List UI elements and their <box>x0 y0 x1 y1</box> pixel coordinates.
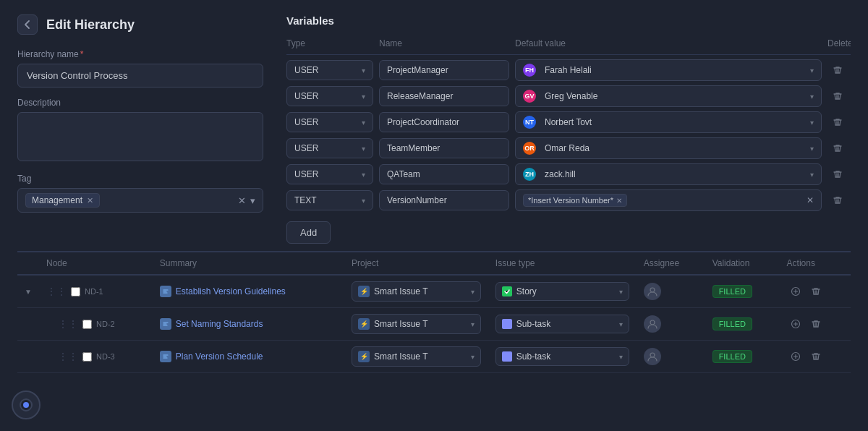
issue-type-select-2[interactable]: Sub-task ▾ <box>495 347 629 366</box>
row-checkbox-2[interactable] <box>82 352 92 362</box>
assignee-avatar-2[interactable] <box>644 348 661 365</box>
delete-var-4[interactable] <box>827 164 848 184</box>
var-default-0[interactable]: FH Farah Helali ▾ <box>515 59 822 81</box>
var-name-4: QATeam <box>379 164 509 184</box>
avatar-1: GV <box>523 90 536 103</box>
drag-handle-2[interactable]: ⋮⋮ <box>58 351 78 362</box>
delete-var-5[interactable] <box>827 190 848 210</box>
table-row: ⋮⋮ ND-3 Plan Version Schedule <box>17 341 851 373</box>
var-default-2[interactable]: NT Norbert Tovt ▾ <box>515 111 822 133</box>
chip-close-version[interactable]: ✕ <box>616 197 622 205</box>
validation-cell-2: FILLED <box>705 341 780 373</box>
col-name: Name <box>379 38 509 48</box>
issue-link-2[interactable]: Plan Version Schedule <box>160 351 337 362</box>
smart-issue-icon-0: ⚡ <box>358 286 370 297</box>
drag-handle-0[interactable]: ⋮⋮ <box>46 286 67 297</box>
svg-point-5 <box>650 320 655 325</box>
issue-type-cell-2: Sub-task ▾ <box>488 341 637 373</box>
add-action-0[interactable] <box>787 283 804 300</box>
var-name-0: ProjectManager <box>379 60 509 80</box>
var-name-3: TeamMember <box>379 138 509 158</box>
row-indent-cell-2 <box>17 341 39 373</box>
issue-type-select-1[interactable]: Sub-task ▾ <box>495 315 629 333</box>
var-type-select-3[interactable]: USER ▾ <box>286 138 373 158</box>
delete-action-1[interactable] <box>807 315 825 333</box>
delete-var-2[interactable] <box>827 112 848 132</box>
row-indent-cell-1 <box>17 308 39 341</box>
assignee-avatar-0[interactable] <box>644 283 661 300</box>
tag-remove-management[interactable]: ✕ <box>87 196 93 205</box>
hierarchy-name-label: Hierarchy name* <box>17 49 263 59</box>
issue-type-select-0[interactable]: Story ▾ <box>495 282 629 301</box>
assignee-cell-2 <box>637 341 705 373</box>
hierarchy-table-wrapper: Node Summary Project Issue type Assignee… <box>0 251 868 373</box>
tag-label: Tag <box>17 174 263 184</box>
back-button[interactable] <box>17 14 38 35</box>
tag-clear-button[interactable]: ✕ <box>238 195 246 206</box>
row-collapse-cell-0: ▼ <box>17 275 39 308</box>
col-header-node: Node <box>39 252 153 275</box>
project-chevron-0: ▾ <box>471 288 475 296</box>
var-row-3: USER ▾ TeamMember OR Omar Reda ▾ <box>286 137 851 159</box>
issue-icon-1 <box>160 318 171 330</box>
tag-chevron-icon[interactable]: ▾ <box>250 195 255 206</box>
description-textarea[interactable] <box>17 112 263 161</box>
var-type-select-4[interactable]: USER ▾ <box>286 164 373 184</box>
var-type-select-1[interactable]: USER ▾ <box>286 86 373 106</box>
hierarchy-name-input[interactable] <box>17 64 263 88</box>
add-action-1[interactable] <box>787 315 804 333</box>
chip-clear-button[interactable]: ✕ <box>807 195 814 205</box>
row-checkbox-1[interactable] <box>82 320 92 329</box>
var-type-select-5[interactable]: TEXT ▾ <box>286 190 373 210</box>
add-action-2[interactable] <box>787 348 804 365</box>
issue-link-0[interactable]: Establish Version Guidelines <box>160 286 337 297</box>
avatar-3: OR <box>523 142 536 155</box>
hierarchy-table: Node Summary Project Issue type Assignee… <box>17 251 851 373</box>
delete-action-2[interactable] <box>807 348 825 365</box>
delete-var-1[interactable] <box>827 86 848 106</box>
project-select-1[interactable]: ⚡ Smart Issue T ▾ <box>352 314 481 334</box>
drag-handle-1[interactable]: ⋮⋮ <box>58 318 78 330</box>
page-title: Edit Hierarchy <box>17 14 263 35</box>
project-cell-0: ⚡ Smart Issue T ▾ <box>344 275 488 308</box>
actions-cell-0 <box>780 275 851 308</box>
project-select-2[interactable]: ⚡ Smart Issue T ▾ <box>352 346 481 367</box>
var-type-select-2[interactable]: USER ▾ <box>286 112 373 132</box>
var-name-2: ProjectCoordinator <box>379 112 509 132</box>
recording-indicator <box>12 391 41 419</box>
var-default-3[interactable]: OR Omar Reda ▾ <box>515 137 822 159</box>
collapse-button-0[interactable]: ▼ <box>25 288 32 296</box>
delete-action-0[interactable] <box>807 283 825 300</box>
var-default-1[interactable]: GV Greg Venable ▾ <box>515 85 822 107</box>
var-name-1: ReleaseManager <box>379 86 509 106</box>
avatar-2: NT <box>523 116 536 129</box>
issue-icon-2 <box>160 351 171 362</box>
col-default: Default value <box>515 38 822 48</box>
variables-header: Type Name Default value Delete <box>286 35 851 55</box>
validation-cell-0: FILLED <box>705 275 780 308</box>
issue-link-1[interactable]: Set Naming Standards <box>160 318 337 330</box>
tag-input[interactable]: Management ✕ ✕ ▾ <box>17 188 263 213</box>
svg-point-8 <box>650 353 655 357</box>
chevron-down-icon: ▾ <box>362 197 365 205</box>
add-variable-button[interactable]: Add <box>286 221 331 244</box>
var-type-select-0[interactable]: USER ▾ <box>286 60 373 80</box>
col-header-project: Project <box>344 252 488 275</box>
var-row-0: USER ▾ ProjectManager FH Farah Helali ▾ <box>286 59 851 81</box>
assignee-cell-0 <box>637 275 705 308</box>
issue-icon-0 <box>160 286 171 297</box>
svg-point-11 <box>23 402 29 408</box>
issue-type-cell-0: Story ▾ <box>488 275 637 308</box>
delete-var-0[interactable] <box>827 60 848 80</box>
variables-title: Variables <box>286 14 851 27</box>
chevron-down-icon: ▾ <box>362 119 365 127</box>
row-checkbox-0[interactable] <box>71 287 80 296</box>
project-select-0[interactable]: ⚡ Smart Issue T ▾ <box>352 281 481 302</box>
var-default-5[interactable]: *Insert Version Number* ✕ ✕ <box>515 189 822 211</box>
delete-var-3[interactable] <box>827 138 848 158</box>
assignee-avatar-1[interactable] <box>644 315 661 333</box>
version-chip: *Insert Version Number* ✕ <box>523 194 627 207</box>
var-default-4[interactable]: ZH zack.hill ▾ <box>515 163 822 185</box>
avatar-4: ZH <box>523 168 536 181</box>
var-row-2: USER ▾ ProjectCoordinator NT Norbert Tov… <box>286 111 851 133</box>
